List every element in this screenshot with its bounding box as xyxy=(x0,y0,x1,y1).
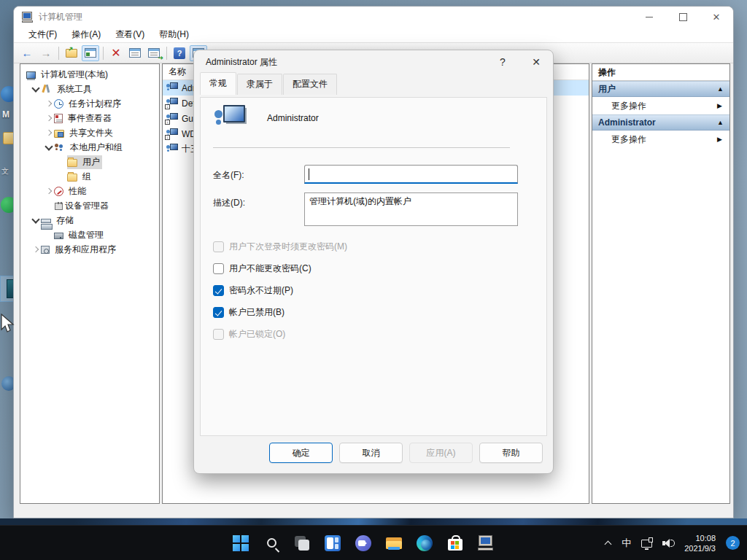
dialog-tabs: 常规 隶属于 配置文件 xyxy=(194,74,553,95)
back-button[interactable]: ← xyxy=(18,45,36,61)
fullname-input[interactable] xyxy=(304,165,518,184)
app-icon xyxy=(21,12,34,23)
chevron-collapsed-icon[interactable] xyxy=(44,128,54,138)
up-one-level-button[interactable] xyxy=(63,45,80,61)
desktop-icon-label: M xyxy=(2,109,9,120)
edge-icon xyxy=(417,535,433,551)
tree-item-local-users-groups[interactable]: 本地用户和组 xyxy=(20,140,159,155)
chevron-collapsed-icon[interactable] xyxy=(44,98,54,109)
actions-group-users[interactable]: 用户 ▲ xyxy=(592,81,729,97)
export-list-button[interactable] xyxy=(145,45,163,61)
collapse-icon[interactable]: ▲ xyxy=(717,119,724,126)
tab-member-of[interactable]: 隶属于 xyxy=(237,74,282,95)
tree-item-task-scheduler[interactable]: 任务计划程序 xyxy=(20,96,159,111)
window-titlebar[interactable]: 计算机管理 ✕ xyxy=(14,7,733,27)
checkbox-unchecked-icon[interactable] xyxy=(213,263,224,274)
administrator-properties-dialog: Administrator 属性 ? ✕ 常规 隶属于 配置文件 Adminis… xyxy=(193,50,554,474)
tree-item-computer-management[interactable]: 计算机管理(本地) xyxy=(20,67,159,82)
desktop-icon-label: 文 xyxy=(1,166,9,176)
dialog-close-button[interactable]: ✕ xyxy=(519,50,553,74)
submenu-arrow-icon: ▶ xyxy=(717,102,722,109)
checkbox-checked-icon[interactable] xyxy=(213,307,224,318)
device-manager-icon xyxy=(55,203,63,210)
description-label: 描述(D): xyxy=(213,197,245,209)
tree-item-storage[interactable]: 存储 xyxy=(20,213,159,228)
tab-general[interactable]: 常规 xyxy=(200,72,236,95)
checkbox-row-account-disabled[interactable]: 帐户已禁用(B) xyxy=(213,306,285,319)
more-actions-administrator[interactable]: 更多操作 ▶ xyxy=(592,131,729,148)
checkbox-row-cannot-change-password[interactable]: 用户不能更改密码(C) xyxy=(213,262,311,275)
chevron-expanded-icon[interactable] xyxy=(44,142,54,152)
tab-profile[interactable]: 配置文件 xyxy=(283,74,337,95)
chevron-collapsed-icon[interactable] xyxy=(31,244,41,254)
maximize-button[interactable] xyxy=(666,7,700,27)
checkbox-unchecked-disabled-icon xyxy=(213,241,224,252)
actions-pane-title: 操作 xyxy=(592,64,729,81)
wallpaper-strip xyxy=(0,518,747,525)
forward-button[interactable]: → xyxy=(37,45,55,61)
store-icon xyxy=(448,539,462,551)
store-button[interactable] xyxy=(446,534,464,552)
edge-button[interactable] xyxy=(416,534,433,552)
chevron-expanded-icon[interactable] xyxy=(31,84,41,94)
chevron-collapsed-icon[interactable] xyxy=(44,113,54,123)
task-view-button[interactable] xyxy=(293,534,311,552)
chevron-expanded-icon[interactable] xyxy=(31,215,41,225)
tray-overflow-button[interactable] xyxy=(605,540,611,546)
checkbox-row-password-never-expires[interactable]: 密码永不过期(P) xyxy=(213,284,293,297)
file-explorer-button[interactable] xyxy=(385,534,403,552)
dialog-titlebar[interactable]: Administrator 属性 ? ✕ xyxy=(194,50,553,74)
folder-icon xyxy=(67,159,77,167)
tree-item-disk-management[interactable]: 磁盘管理 xyxy=(20,228,159,242)
network-icon[interactable] xyxy=(641,540,652,548)
tree-item-event-viewer[interactable]: 事件查看器 xyxy=(20,111,159,125)
user-disabled-icon: ↓ xyxy=(166,113,178,124)
close-button[interactable]: ✕ xyxy=(700,7,733,27)
ime-indicator[interactable]: 中 xyxy=(622,537,631,550)
fullname-label: 全名(F): xyxy=(213,169,244,182)
menu-action[interactable]: 操作(A) xyxy=(64,27,108,42)
computer-management-taskbar-button[interactable] xyxy=(477,534,495,552)
show-console-tree-button[interactable] xyxy=(82,45,99,61)
performance-icon xyxy=(54,187,63,196)
volume-icon[interactable] xyxy=(662,539,674,548)
tree-item-groups[interactable]: 组 xyxy=(20,169,159,184)
taskbar: 中 10:08 2021/9/3 2 xyxy=(0,525,747,560)
user-icon xyxy=(166,82,178,93)
cancel-button[interactable]: 取消 xyxy=(339,443,403,463)
windows-logo-icon xyxy=(233,535,249,551)
clock[interactable]: 10:08 2021/9/3 xyxy=(684,533,716,553)
ok-button[interactable]: 确定 xyxy=(269,443,333,463)
tree-item-shared-folders[interactable]: 共享文件夹 xyxy=(20,125,159,140)
minimize-button[interactable] xyxy=(632,7,666,27)
chat-button[interactable] xyxy=(355,534,372,552)
menu-help[interactable]: 帮助(H) xyxy=(152,27,196,42)
tree-item-performance[interactable]: 性能 xyxy=(20,184,159,198)
delete-button[interactable]: ✕ xyxy=(107,45,125,61)
description-input[interactable]: 管理计算机(域)的内置帐户 xyxy=(304,192,518,226)
help-button[interactable]: ? xyxy=(171,45,188,61)
tree-item-services-applications[interactable]: 服务和应用程序 xyxy=(20,242,159,257)
help-button-dialog[interactable]: 帮助 xyxy=(479,443,543,463)
collapse-icon[interactable]: ▲ xyxy=(717,85,724,93)
services-icon xyxy=(41,246,50,254)
dialog-title: Administrator 属性 xyxy=(206,56,277,69)
desktop-wallpaper: M 文 计算机管理 ✕ 文件(F) 操作(A) 查看(V) 帮助(H) ← xyxy=(0,0,747,560)
search-button[interactable] xyxy=(263,534,280,552)
storage-icon xyxy=(41,219,51,223)
properties-button[interactable] xyxy=(126,45,144,61)
notification-badge[interactable]: 2 xyxy=(726,536,740,550)
widgets-button[interactable] xyxy=(324,534,341,552)
actions-group-administrator[interactable]: Administrator ▲ xyxy=(592,114,729,131)
user-account-icon xyxy=(213,105,245,131)
more-actions-users[interactable]: 更多操作 ▶ xyxy=(592,97,729,114)
menu-view[interactable]: 查看(V) xyxy=(108,27,152,42)
start-button[interactable] xyxy=(232,534,249,552)
menu-file[interactable]: 文件(F) xyxy=(21,27,64,42)
tree-item-system-tools[interactable]: 系统工具 xyxy=(20,82,159,96)
tree-item-device-manager[interactable]: 设备管理器 xyxy=(20,198,159,213)
dialog-help-button[interactable]: ? xyxy=(486,50,519,74)
tree-item-users[interactable]: 用户 xyxy=(20,155,159,169)
chevron-collapsed-icon[interactable] xyxy=(44,186,54,196)
checkbox-checked-icon[interactable] xyxy=(213,285,224,296)
